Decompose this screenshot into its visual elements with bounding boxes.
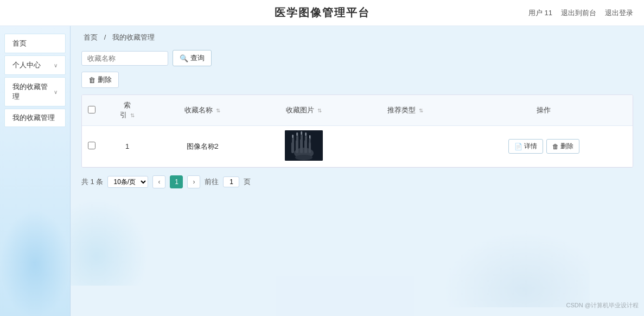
- chevron-down-icon: ∨: [54, 62, 58, 68]
- header-index: 索引 ⇅: [101, 95, 153, 126]
- delete-icon: 🗑: [88, 76, 95, 84]
- search-button[interactable]: 🔍 查询: [173, 50, 212, 66]
- sidebar-item-home[interactable]: 首页: [4, 34, 66, 53]
- search-input[interactable]: [81, 51, 168, 66]
- table-header: 索引 ⇅ 收藏名称 ⇅ 收藏图片 ⇅ 推荐类型: [82, 95, 633, 126]
- batch-delete-button[interactable]: 🗑 删除: [81, 72, 119, 88]
- sidebar-item-personal[interactable]: 个人中心 ∨: [4, 55, 66, 75]
- svg-rect-23: [285, 130, 323, 161]
- sidebar-sub: 我的收藏管理: [4, 109, 66, 127]
- sidebar: 首页 个人中心 ∨ 我的收藏管理 ∨ 我的收藏管理: [0, 26, 71, 316]
- row-actions: 📄 详情 🗑 删除: [455, 126, 633, 167]
- user-info: 用户 11: [528, 8, 552, 18]
- data-table: 索引 ⇅ 收藏名称 ⇅ 收藏图片 ⇅ 推荐类型: [81, 94, 633, 168]
- goto-page-input[interactable]: [223, 176, 239, 187]
- sort-arrow-icon: ⇅: [130, 112, 135, 118]
- select-all-checkbox[interactable]: [88, 106, 95, 113]
- header: 医学图像管理平台 用户 11 退出到前台 退出登录: [0, 0, 644, 26]
- layout: 首页 个人中心 ∨ 我的收藏管理 ∨ 我的收藏管理 首页 / 我的收藏管理: [0, 26, 644, 316]
- sort-arrow-icon: ⇅: [419, 108, 423, 113]
- sort-arrow-icon: ⇅: [317, 108, 322, 113]
- breadcrumb: 首页 / 我的收藏管理: [81, 33, 633, 42]
- bg-decoration-left: [71, 188, 157, 286]
- header-action: 操作: [455, 95, 633, 126]
- next-icon: ›: [193, 178, 195, 186]
- row-index: 1: [101, 126, 153, 167]
- prev-icon: ‹: [158, 178, 160, 186]
- row-checkbox-cell: [82, 126, 101, 167]
- header-image: 收藏图片 ⇅: [252, 95, 356, 126]
- sidebar-item-favorites[interactable]: 我的收藏管理 ∨: [4, 77, 66, 106]
- row-image: [252, 126, 356, 167]
- toolbar: 🗑 删除: [81, 72, 633, 88]
- header-actions: 用户 11 退出到前台 退出登录: [528, 8, 633, 18]
- total-count: 共 1 条: [81, 177, 103, 187]
- main-content: 首页 / 我的收藏管理 🔍 查询 🗑 删除: [71, 26, 644, 316]
- header-name: 收藏名称 ⇅: [153, 95, 252, 126]
- logout-button[interactable]: 退出登录: [605, 8, 633, 18]
- back-to-front-button[interactable]: 退出到前台: [561, 8, 596, 18]
- favorites-table: 索引 ⇅ 收藏名称 ⇅ 收藏图片 ⇅ 推荐类型: [82, 95, 633, 167]
- prev-page-button[interactable]: ‹: [152, 175, 165, 188]
- next-page-button[interactable]: ›: [187, 175, 200, 188]
- row-checkbox[interactable]: [88, 142, 95, 149]
- header-type: 推荐类型 ⇅: [356, 95, 455, 126]
- search-icon: 🔍: [180, 54, 188, 62]
- sidebar-sub-item-favorites[interactable]: 我的收藏管理: [4, 109, 66, 127]
- table-body: 1 图像名称2: [82, 126, 633, 167]
- watermark: CSDN @计算机毕业设计程: [566, 301, 639, 309]
- breadcrumb-home: 首页: [84, 33, 98, 41]
- pagination: 共 1 条 10条/页 ‹ 1 › 前往 页: [81, 173, 633, 191]
- breadcrumb-separator: /: [104, 33, 106, 41]
- header-checkbox-cell: [82, 95, 101, 126]
- sort-arrow-icon: ⇅: [216, 108, 220, 113]
- sidebar-bg-decoration: [0, 210, 70, 316]
- page-1-button[interactable]: 1: [170, 175, 183, 188]
- goto-suffix: 页: [244, 177, 251, 187]
- row-delete-button[interactable]: 🗑 删除: [546, 139, 579, 154]
- page-title: 医学图像管理平台: [275, 5, 370, 20]
- page-size-select[interactable]: 10条/页: [107, 176, 148, 188]
- detail-button[interactable]: 📄 详情: [508, 139, 543, 154]
- detail-icon: 📄: [514, 143, 522, 150]
- row-type: [356, 126, 455, 167]
- breadcrumb-current: 我的收藏管理: [112, 33, 155, 41]
- table-row: 1 图像名称2: [82, 126, 633, 167]
- chevron-down-icon: ∨: [54, 89, 58, 95]
- bg-decoration-right: [427, 220, 590, 307]
- delete-icon: 🗑: [552, 143, 559, 150]
- row-image-thumb: [285, 130, 323, 161]
- goto-prefix: 前往: [205, 177, 219, 187]
- action-buttons: 📄 详情 🗑 删除: [459, 139, 628, 154]
- search-bar: 🔍 查询: [81, 50, 633, 66]
- row-name: 图像名称2: [153, 126, 252, 167]
